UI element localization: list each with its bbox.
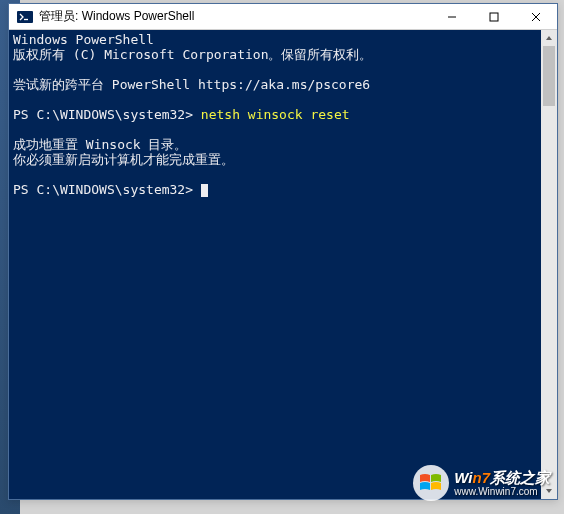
titlebar[interactable]: 管理员: Windows PowerShell xyxy=(9,4,557,30)
minimize-button[interactable] xyxy=(431,4,473,30)
svg-rect-3 xyxy=(490,13,498,21)
ps-prompt-1: PS C:\WINDOWS\system32> xyxy=(13,107,201,122)
ps-header-line: Windows PowerShell xyxy=(13,32,154,47)
ps-result-line2: 你必须重新启动计算机才能完成重置。 xyxy=(13,152,234,167)
close-button[interactable] xyxy=(515,4,557,30)
scroll-thumb[interactable] xyxy=(543,46,555,106)
cursor xyxy=(201,184,208,197)
scroll-down-button[interactable] xyxy=(541,483,557,499)
ps-command-entered: netsh winsock reset xyxy=(201,107,350,122)
powershell-icon xyxy=(17,9,33,25)
scroll-track[interactable] xyxy=(541,46,557,483)
terminal-output[interactable]: Windows PowerShell 版权所有 (C) Microsoft Co… xyxy=(9,30,541,499)
ps-copyright-line: 版权所有 (C) Microsoft Corporation。保留所有权利。 xyxy=(13,47,373,62)
window-controls xyxy=(431,4,557,29)
vertical-scrollbar[interactable] xyxy=(541,30,557,499)
terminal-area: Windows PowerShell 版权所有 (C) Microsoft Co… xyxy=(9,30,557,499)
scroll-up-button[interactable] xyxy=(541,30,557,46)
ps-crossplatform-line: 尝试新的跨平台 PowerShell https://aka.ms/pscore… xyxy=(13,77,370,92)
window-title: 管理员: Windows PowerShell xyxy=(39,8,431,25)
maximize-button[interactable] xyxy=(473,4,515,30)
ps-result-line1: 成功地重置 Winsock 目录。 xyxy=(13,137,187,152)
powershell-window: 管理员: Windows PowerShell Windows PowerShe… xyxy=(8,3,558,500)
svg-rect-0 xyxy=(17,11,33,23)
ps-prompt-2: PS C:\WINDOWS\system32> xyxy=(13,182,201,197)
